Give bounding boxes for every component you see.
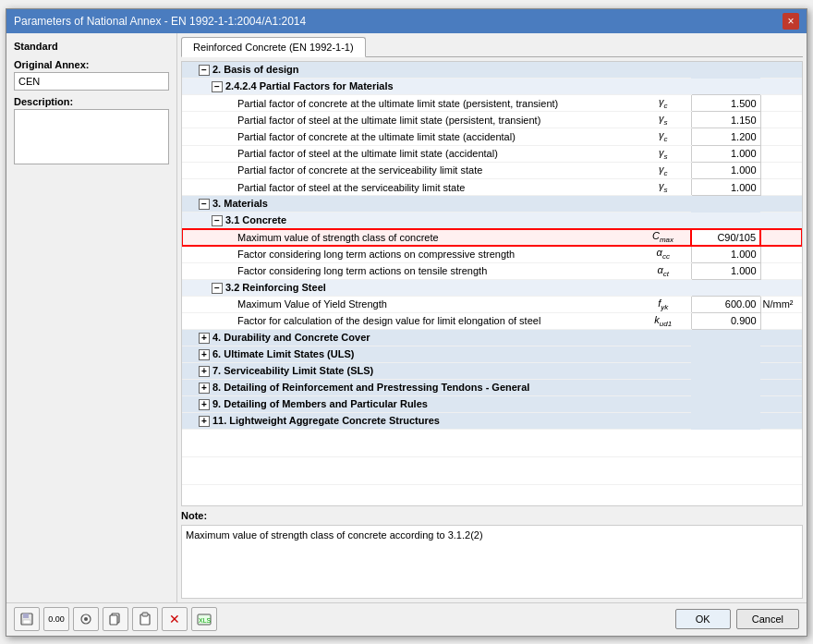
table-row[interactable]: Partial factor of steel at the serviceab… xyxy=(182,178,802,195)
close-button[interactable]: × xyxy=(783,13,799,30)
table-row[interactable]: Maximum Value of Yield Strength fyk 600.… xyxy=(182,296,802,312)
right-panel: Reinforced Concrete (EN 1992-1-1) −2. Ba… xyxy=(177,33,807,602)
value-tool-button[interactable]: 0.00 xyxy=(43,607,69,631)
table-row[interactable]: Factor considering long term actions on … xyxy=(182,262,802,279)
note-text: Maximum value of strength class of concr… xyxy=(186,529,483,541)
expand-icon[interactable]: + xyxy=(199,366,210,377)
standard-label: Standard xyxy=(14,41,169,52)
expand-icon[interactable]: − xyxy=(212,81,223,92)
table-row[interactable]: Partial factor of concrete at the servic… xyxy=(182,162,802,178)
table-row[interactable]: +4. Durability and Concrete Cover xyxy=(182,330,802,346)
original-annex-label: Original Annex: xyxy=(14,59,169,70)
selected-row[interactable]: Maximum value of strength class of concr… xyxy=(182,229,802,246)
description-textarea[interactable] xyxy=(14,109,169,164)
expand-icon[interactable]: − xyxy=(212,283,223,294)
parameters-table: −2. Basis of design −2.4.2.4 Partial Fac… xyxy=(182,62,802,506)
table-row[interactable]: −3.1 Concrete xyxy=(182,213,802,229)
svg-rect-8 xyxy=(142,613,148,616)
expand-icon[interactable]: − xyxy=(199,65,210,76)
table-row[interactable]: −2.4.2.4 Partial Factors for Materials xyxy=(182,79,802,95)
cancel-button[interactable]: Cancel xyxy=(736,609,799,629)
delete-tool-button[interactable]: ✕ xyxy=(162,607,188,631)
expand-icon[interactable]: + xyxy=(199,383,210,394)
svg-rect-1 xyxy=(23,614,29,618)
tab-reinforced-concrete[interactable]: Reinforced Concrete (EN 1992-1-1) xyxy=(181,37,366,57)
copy-tool-button[interactable] xyxy=(103,607,128,631)
table-row xyxy=(182,457,802,485)
expand-icon[interactable]: + xyxy=(199,399,210,410)
table-row[interactable]: −3. Materials xyxy=(182,196,802,213)
svg-text:XLS: XLS xyxy=(199,617,212,624)
svg-point-4 xyxy=(84,617,88,621)
table-row[interactable]: Factor for calculation of the design val… xyxy=(182,312,802,329)
table-row[interactable]: Partial factor of concrete at the ultima… xyxy=(182,95,802,112)
standard-section: Standard xyxy=(14,41,169,54)
expand-icon[interactable]: + xyxy=(199,333,210,344)
expand-icon[interactable]: − xyxy=(212,215,223,226)
description-label: Description: xyxy=(14,96,169,107)
table-row[interactable]: Partial factor of steel at the ultimate … xyxy=(182,112,802,128)
left-panel: Standard Original Annex: Description: xyxy=(6,33,177,602)
save-tool-button[interactable] xyxy=(14,607,40,631)
main-dialog: Parameters of National Annex - EN 1992-1… xyxy=(6,8,807,637)
table-row xyxy=(182,430,802,457)
toolbar-right: OK Cancel xyxy=(675,609,799,629)
expand-icon[interactable]: + xyxy=(199,416,210,427)
table-row[interactable]: +7. Serviceability Limit State (SLS) xyxy=(182,363,802,380)
table-row[interactable]: −3.2 Reinforcing Steel xyxy=(182,279,802,296)
dialog-content: Standard Original Annex: Description: Re… xyxy=(6,33,807,602)
table-row xyxy=(182,485,802,506)
settings-tool-button[interactable] xyxy=(73,607,99,631)
table-row[interactable]: +6. Ultimate Limit States (ULS) xyxy=(182,346,802,363)
note-label: Note: xyxy=(181,510,803,521)
table-row[interactable]: +11. Lightweight Aggregate Concrete Stru… xyxy=(182,413,802,430)
table-row[interactable]: +9. Detailing of Members and Particular … xyxy=(182,396,802,413)
note-area: Maximum value of strength class of concr… xyxy=(181,525,803,599)
ok-button[interactable]: OK xyxy=(675,609,731,629)
original-annex-section: Original Annex: xyxy=(14,59,169,91)
bottom-toolbar: 0.00 ✕ xyxy=(6,602,807,636)
svg-rect-6 xyxy=(110,615,117,625)
tree-table: −2. Basis of design −2.4.2.4 Partial Fac… xyxy=(181,61,803,506)
original-annex-input[interactable] xyxy=(14,72,169,91)
expand-icon[interactable]: + xyxy=(199,349,210,360)
table-row[interactable]: Factor considering long term actions on … xyxy=(182,246,802,262)
toolbar-left: 0.00 ✕ xyxy=(14,607,217,631)
svg-rect-2 xyxy=(23,620,30,624)
paste-tool-button[interactable] xyxy=(132,607,158,631)
note-section: Note: Maximum value of strength class of… xyxy=(181,506,803,599)
table-row[interactable]: Partial factor of steel at the ultimate … xyxy=(182,145,802,162)
tab-bar: Reinforced Concrete (EN 1992-1-1) xyxy=(181,37,803,57)
title-bar: Parameters of National Annex - EN 1992-1… xyxy=(6,9,807,33)
table-row[interactable]: −2. Basis of design xyxy=(182,62,802,79)
description-section: Description: xyxy=(14,96,169,166)
table-row[interactable]: +8. Detailing of Reinforcement and Prest… xyxy=(182,380,802,396)
table-row[interactable]: Partial factor of concrete at the ultima… xyxy=(182,128,802,145)
dialog-title: Parameters of National Annex - EN 1992-1… xyxy=(14,15,306,28)
expand-icon[interactable]: − xyxy=(199,199,210,210)
export-tool-button[interactable]: XLS xyxy=(191,607,217,631)
